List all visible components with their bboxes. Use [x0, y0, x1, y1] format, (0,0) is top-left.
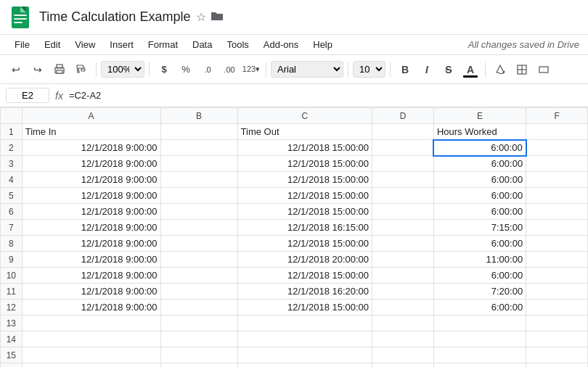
formula-input[interactable]: [69, 90, 582, 101]
cell[interactable]: [372, 363, 434, 368]
cell[interactable]: [160, 236, 237, 252]
cell[interactable]: [526, 188, 588, 204]
cell[interactable]: [160, 268, 237, 284]
redo-button[interactable]: ↪: [28, 59, 48, 80]
fill-color-button[interactable]: [490, 59, 510, 80]
cell[interactable]: [433, 363, 526, 368]
cell[interactable]: [372, 316, 434, 331]
cell[interactable]: [372, 284, 434, 300]
cell[interactable]: [160, 220, 237, 236]
cell[interactable]: [526, 347, 588, 363]
cell[interactable]: 6:00:00: [433, 172, 526, 188]
row-header-8[interactable]: 8: [1, 236, 23, 252]
cell[interactable]: [526, 300, 588, 316]
cell[interactable]: 12/1/2018 9:00:00: [22, 188, 160, 204]
undo-button[interactable]: ↩: [6, 59, 26, 80]
cell[interactable]: [372, 268, 434, 284]
strikethrough-button[interactable]: S: [438, 59, 459, 80]
cell[interactable]: [433, 316, 526, 331]
cell[interactable]: [526, 316, 588, 331]
cell[interactable]: [526, 363, 588, 368]
cell[interactable]: [433, 331, 526, 347]
row-header-5[interactable]: 5: [1, 188, 23, 204]
row-header-16[interactable]: 16: [1, 363, 23, 368]
cell[interactable]: [526, 236, 588, 252]
zoom-select[interactable]: 100% 75% 50% 125% 150%: [101, 61, 144, 78]
row-header-13[interactable]: 13: [1, 316, 23, 331]
col-header-f[interactable]: F: [526, 108, 588, 124]
cell[interactable]: 12/1/2018 15:00:00: [237, 300, 372, 316]
cell[interactable]: [526, 331, 588, 347]
cell[interactable]: Time Out: [237, 124, 372, 140]
increase-decimal-button[interactable]: .00: [219, 59, 240, 80]
cell[interactable]: 12/1/2018 16:15:00: [237, 220, 372, 236]
cell[interactable]: 12/1/2018 16:20:00: [237, 284, 372, 300]
cell[interactable]: 12/1/2018 9:00:00: [22, 236, 160, 252]
cell[interactable]: [160, 124, 237, 140]
cell[interactable]: [22, 363, 160, 368]
cell[interactable]: [372, 188, 434, 204]
cell[interactable]: [160, 252, 237, 268]
cell[interactable]: [237, 363, 372, 368]
cell[interactable]: [160, 331, 237, 347]
cell[interactable]: 12/1/2018 9:00:00: [22, 300, 160, 316]
menu-edit[interactable]: Edit: [38, 38, 66, 51]
cell[interactable]: 12/1/2018 9:00:00: [22, 268, 160, 284]
cell[interactable]: [372, 300, 434, 316]
row-header-7[interactable]: 7: [1, 220, 23, 236]
menu-view[interactable]: View: [69, 38, 101, 51]
cell[interactable]: [526, 284, 588, 300]
paint-format-button[interactable]: [71, 59, 91, 80]
col-header-a[interactable]: A: [22, 108, 160, 124]
row-header-10[interactable]: 10: [1, 268, 23, 284]
number-format-button[interactable]: 123▾: [241, 59, 261, 80]
menu-format[interactable]: Format: [142, 38, 184, 51]
cell[interactable]: [160, 140, 237, 156]
row-header-1[interactable]: 1: [1, 124, 23, 140]
cell[interactable]: [22, 316, 160, 331]
cell[interactable]: [160, 363, 237, 368]
row-header-14[interactable]: 14: [1, 331, 23, 347]
cell[interactable]: [372, 204, 434, 220]
star-icon[interactable]: ☆: [196, 10, 206, 24]
col-header-e[interactable]: E: [433, 108, 526, 124]
cell[interactable]: [372, 252, 434, 268]
cell[interactable]: 7:20:00: [433, 284, 526, 300]
merge-button[interactable]: [534, 59, 554, 80]
cell[interactable]: 6:00:00: [433, 140, 526, 156]
doc-title[interactable]: Time Calculation Example: [39, 9, 190, 25]
cell[interactable]: 12/1/2018 9:00:00: [22, 172, 160, 188]
row-header-15[interactable]: 15: [1, 347, 23, 363]
menu-tools[interactable]: Tools: [221, 38, 254, 51]
cell[interactable]: 12/1/2018 15:00:00: [237, 236, 372, 252]
cell[interactable]: [160, 204, 237, 220]
row-header-3[interactable]: 3: [1, 156, 23, 172]
cell[interactable]: [526, 172, 588, 188]
cell[interactable]: [237, 331, 372, 347]
cell[interactable]: 7:15:00: [433, 220, 526, 236]
cell[interactable]: [160, 284, 237, 300]
row-header-4[interactable]: 4: [1, 172, 23, 188]
folder-icon[interactable]: [211, 11, 224, 24]
cell[interactable]: [372, 331, 434, 347]
cell-reference[interactable]: [6, 88, 49, 103]
cell[interactable]: [372, 140, 434, 156]
print-button[interactable]: [49, 59, 70, 80]
cell[interactable]: [526, 156, 588, 172]
menu-data[interactable]: Data: [187, 38, 218, 51]
cell[interactable]: 12/1/2018 9:00:00: [22, 204, 160, 220]
font-size-select[interactable]: 10 8 9 11 12 14: [353, 61, 385, 78]
cell[interactable]: 12/1/2018 15:00:00: [237, 268, 372, 284]
col-header-d[interactable]: D: [372, 108, 434, 124]
currency-button[interactable]: $: [154, 59, 174, 80]
cell[interactable]: 12/1/2018 9:00:00: [22, 156, 160, 172]
row-header-12[interactable]: 12: [1, 300, 23, 316]
cell[interactable]: 12/1/2018 15:00:00: [237, 172, 372, 188]
menu-insert[interactable]: Insert: [104, 38, 139, 51]
row-header-11[interactable]: 11: [1, 284, 23, 300]
cell[interactable]: [237, 316, 372, 331]
menu-help[interactable]: Help: [307, 38, 338, 51]
cell[interactable]: [160, 156, 237, 172]
cell[interactable]: 12/1/2018 9:00:00: [22, 220, 160, 236]
text-color-button[interactable]: A: [460, 59, 481, 80]
